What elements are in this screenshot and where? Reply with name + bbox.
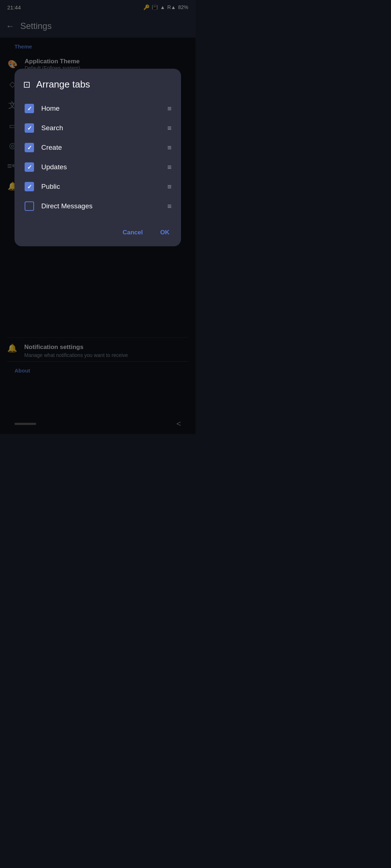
home-label: Home [41, 105, 160, 112]
dialog-actions: Cancel OK [23, 225, 172, 238]
public-drag-handle[interactable]: ≡ [167, 183, 171, 191]
search-drag-handle[interactable]: ≡ [167, 124, 171, 132]
dm-label: Direct Messages [41, 202, 160, 210]
home-drag-handle[interactable]: ≡ [167, 105, 171, 113]
public-label: Public [41, 183, 160, 191]
search-label: Search [41, 124, 160, 132]
arrange-tabs-icon: ⊡ [23, 80, 30, 90]
updates-drag-handle[interactable]: ≡ [167, 163, 171, 171]
cancel-button[interactable]: Cancel [120, 227, 146, 238]
public-checkbox[interactable]: ✓ [25, 182, 34, 191]
tab-item-search[interactable]: ✓ Search ≡ [23, 118, 172, 138]
tab-item-create[interactable]: ✓ Create ≡ [23, 138, 172, 157]
create-label: Create [41, 144, 160, 152]
home-checkbox[interactable]: ✓ [25, 104, 34, 113]
ok-button[interactable]: OK [157, 227, 173, 238]
search-checkbox[interactable]: ✓ [25, 123, 34, 133]
dm-checkbox[interactable] [25, 201, 34, 211]
create-checkbox[interactable]: ✓ [25, 143, 34, 152]
tab-item-direct-messages[interactable]: Direct Messages ≡ [23, 196, 172, 216]
tab-item-home[interactable]: ✓ Home ≡ [23, 99, 172, 118]
updates-label: Updates [41, 163, 160, 171]
arrange-tabs-dialog: ⊡ Arrange tabs ✓ Home ≡ ✓ Search ≡ ✓ Cre… [14, 69, 181, 246]
tab-item-public[interactable]: ✓ Public ≡ [23, 177, 172, 196]
dm-drag-handle[interactable]: ≡ [167, 202, 171, 210]
updates-checkbox[interactable]: ✓ [25, 162, 34, 172]
dialog-header: ⊡ Arrange tabs [23, 79, 172, 90]
dialog-title: Arrange tabs [36, 79, 90, 90]
create-drag-handle[interactable]: ≡ [167, 144, 171, 152]
tab-item-updates[interactable]: ✓ Updates ≡ [23, 157, 172, 177]
